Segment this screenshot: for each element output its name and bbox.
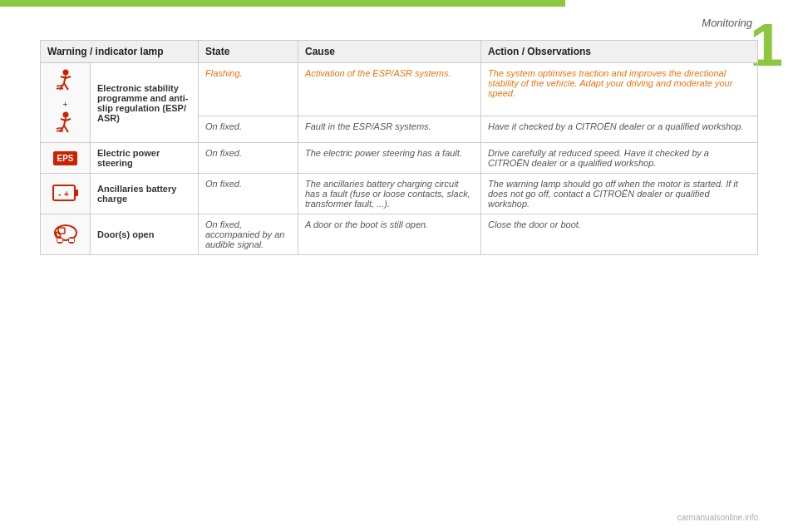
- door-icon: [53, 221, 78, 246]
- eps-icon: EPS: [53, 151, 76, 165]
- table-row: - + Ancillaries battery charge On fixed.…: [41, 174, 758, 214]
- warning-table: Warning / indicator lamp State Cause Act…: [40, 40, 758, 255]
- door-action: Close the door or boot.: [481, 214, 758, 255]
- col-header-cause: Cause: [298, 41, 481, 63]
- esp-action-flashing: The system optimises traction and improv…: [481, 63, 758, 116]
- svg-line-11: [66, 119, 71, 121]
- top-green-bar: [0, 0, 565, 7]
- battery-action: The warning lamp should go off when the …: [481, 174, 758, 214]
- eps-state: On fixed.: [199, 143, 298, 174]
- svg-rect-13: [75, 190, 78, 196]
- door-icon-cell: [41, 214, 91, 255]
- eps-name-cell: Electric power steering: [91, 143, 199, 174]
- door-cause: A door or the boot is still open.: [298, 214, 481, 255]
- eps-action: Drive carefully at reduced speed. Have i…: [481, 143, 758, 174]
- svg-point-6: [62, 112, 68, 118]
- battery-state: On fixed.: [199, 174, 298, 214]
- esp-name-cell: Electronic stability programme and anti-…: [91, 63, 199, 143]
- esp-cause-flashing: Activation of the ESP/ASR systems.: [298, 63, 481, 116]
- battery-icon-cell: - +: [41, 174, 91, 214]
- esp-cause-fixed: Fault in the ESP/ASR systems.: [298, 116, 481, 142]
- svg-point-0: [62, 70, 68, 76]
- esp-state-fixed: On fixed.: [199, 116, 298, 142]
- esp-icon-group: +: [47, 68, 83, 137]
- col-header-state: State: [199, 41, 298, 63]
- table-row: Door(s) open On fixed, accompanied by an…: [41, 214, 758, 255]
- table-row: +: [41, 63, 758, 116]
- esp-action-fixed: Have it checked by a CITROËN dealer or a…: [481, 116, 758, 142]
- eps-cause: The electric power steering has a fault.: [298, 143, 481, 174]
- svg-text:-  +: - +: [58, 189, 69, 199]
- table-row: EPS Electric power steering On fixed. Th…: [41, 143, 758, 174]
- page-title: Monitoring: [702, 17, 752, 29]
- footer-logo: carmanualsonline.info: [677, 513, 758, 522]
- svg-line-3: [64, 83, 68, 90]
- esp-icon-cell: +: [41, 63, 91, 143]
- esp-icon-bottom: [53, 111, 78, 137]
- door-name-cell: Door(s) open: [91, 214, 199, 255]
- plus-icon: +: [63, 100, 68, 109]
- eps-icon-cell: EPS: [41, 143, 91, 174]
- battery-name-cell: Ancillaries battery charge: [91, 174, 199, 214]
- esp-icon-top: [53, 68, 78, 98]
- battery-cause: The ancillaries battery charging circuit…: [298, 174, 481, 214]
- battery-icon: - +: [52, 181, 79, 204]
- main-table-container: Warning / indicator lamp State Cause Act…: [40, 40, 758, 466]
- svg-line-9: [64, 126, 68, 132]
- door-state: On fixed, accompanied by an audible sign…: [199, 214, 298, 255]
- col-header-action: Action / Observations: [481, 41, 758, 63]
- svg-line-7: [64, 118, 66, 126]
- svg-line-1: [64, 76, 66, 84]
- svg-line-5: [66, 76, 71, 78]
- col-header-lamp: Warning / indicator lamp: [41, 41, 199, 63]
- esp-state-flashing: Flashing.: [199, 63, 298, 116]
- svg-rect-21: [56, 232, 61, 238]
